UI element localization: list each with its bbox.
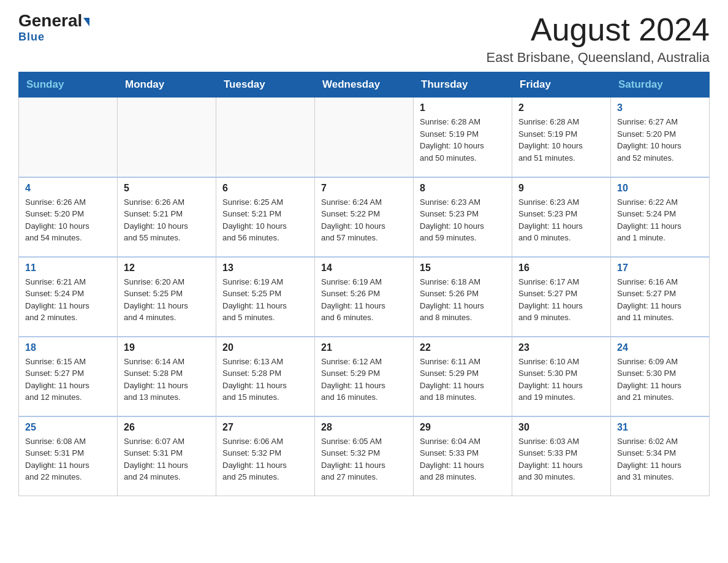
day-number: 12 (124, 262, 210, 274)
day-info: Sunrise: 6:21 AMSunset: 5:24 PMDaylight:… (25, 276, 111, 324)
day-info: Sunrise: 6:04 AMSunset: 5:33 PMDaylight:… (420, 435, 506, 483)
week-row-2: 4Sunrise: 6:26 AMSunset: 5:20 PMDaylight… (19, 177, 710, 257)
calendar-cell: 18Sunrise: 6:15 AMSunset: 5:27 PMDayligh… (19, 337, 118, 416)
day-number: 31 (617, 422, 703, 433)
calendar-cell: 12Sunrise: 6:20 AMSunset: 5:25 PMDayligh… (118, 257, 216, 337)
calendar-cell: 2Sunrise: 6:28 AMSunset: 5:19 PMDaylight… (512, 98, 611, 177)
logo-text: General (18, 12, 89, 29)
calendar-table: SundayMondayTuesdayWednesdayThursdayFrid… (18, 72, 710, 496)
day-info: Sunrise: 6:20 AMSunset: 5:25 PMDaylight:… (124, 276, 210, 324)
day-number: 5 (124, 183, 210, 194)
header-wednesday: Wednesday (315, 72, 414, 98)
day-number: 30 (518, 422, 604, 433)
calendar-cell: 6Sunrise: 6:25 AMSunset: 5:21 PMDaylight… (216, 177, 315, 257)
calendar-cell: 31Sunrise: 6:02 AMSunset: 5:34 PMDayligh… (611, 416, 710, 496)
header-thursday: Thursday (414, 72, 512, 98)
day-number: 14 (321, 262, 407, 274)
calendar-cell: 17Sunrise: 6:16 AMSunset: 5:27 PMDayligh… (611, 257, 710, 337)
header-tuesday: Tuesday (216, 72, 315, 98)
calendar-cell: 11Sunrise: 6:21 AMSunset: 5:24 PMDayligh… (19, 257, 118, 337)
title-block: August 2024 East Brisbane, Queensland, A… (487, 12, 710, 66)
calendar-cell: 24Sunrise: 6:09 AMSunset: 5:30 PMDayligh… (611, 337, 710, 416)
calendar-cell (118, 98, 216, 177)
day-info: Sunrise: 6:25 AMSunset: 5:21 PMDaylight:… (222, 196, 308, 244)
day-info: Sunrise: 6:26 AMSunset: 5:21 PMDaylight:… (124, 196, 210, 244)
calendar-cell: 27Sunrise: 6:06 AMSunset: 5:32 PMDayligh… (216, 416, 315, 496)
day-info: Sunrise: 6:26 AMSunset: 5:20 PMDaylight:… (25, 196, 111, 244)
day-number: 26 (124, 422, 210, 433)
day-info: Sunrise: 6:16 AMSunset: 5:27 PMDaylight:… (617, 276, 703, 324)
calendar-cell: 21Sunrise: 6:12 AMSunset: 5:29 PMDayligh… (315, 337, 414, 416)
calendar-cell: 4Sunrise: 6:26 AMSunset: 5:20 PMDaylight… (19, 177, 118, 257)
day-number: 25 (25, 422, 111, 433)
day-info: Sunrise: 6:10 AMSunset: 5:30 PMDaylight:… (518, 356, 604, 404)
calendar-subtitle: East Brisbane, Queensland, Australia (487, 50, 710, 66)
day-info: Sunrise: 6:13 AMSunset: 5:28 PMDaylight:… (222, 356, 308, 404)
day-number: 28 (321, 422, 407, 433)
calendar-cell: 22Sunrise: 6:11 AMSunset: 5:29 PMDayligh… (414, 337, 512, 416)
week-row-3: 11Sunrise: 6:21 AMSunset: 5:24 PMDayligh… (19, 257, 710, 337)
logo-blue-line: Blue (18, 31, 45, 44)
day-info: Sunrise: 6:19 AMSunset: 5:26 PMDaylight:… (321, 276, 407, 324)
day-info: Sunrise: 6:15 AMSunset: 5:27 PMDaylight:… (25, 356, 111, 404)
day-info: Sunrise: 6:18 AMSunset: 5:26 PMDaylight:… (420, 276, 506, 324)
day-number: 19 (124, 342, 210, 353)
day-number: 29 (420, 422, 506, 433)
day-number: 11 (25, 262, 111, 274)
day-number: 27 (222, 422, 308, 433)
day-number: 20 (222, 342, 308, 353)
day-number: 2 (518, 102, 604, 113)
calendar-cell: 8Sunrise: 6:23 AMSunset: 5:23 PMDaylight… (414, 177, 512, 257)
calendar-cell: 3Sunrise: 6:27 AMSunset: 5:20 PMDaylight… (611, 98, 710, 177)
day-info: Sunrise: 6:17 AMSunset: 5:27 PMDaylight:… (518, 276, 604, 324)
day-info: Sunrise: 6:02 AMSunset: 5:34 PMDaylight:… (617, 435, 703, 483)
day-number: 10 (617, 183, 703, 194)
calendar-cell: 9Sunrise: 6:23 AMSunset: 5:23 PMDaylight… (512, 177, 611, 257)
calendar-cell: 14Sunrise: 6:19 AMSunset: 5:26 PMDayligh… (315, 257, 414, 337)
page-header: General Blue August 2024 East Brisbane, … (18, 12, 710, 66)
week-row-5: 25Sunrise: 6:08 AMSunset: 5:31 PMDayligh… (19, 416, 710, 496)
calendar-cell: 13Sunrise: 6:19 AMSunset: 5:25 PMDayligh… (216, 257, 315, 337)
day-number: 15 (420, 262, 506, 274)
day-number: 17 (617, 262, 703, 274)
day-info: Sunrise: 6:24 AMSunset: 5:22 PMDaylight:… (321, 196, 407, 244)
calendar-cell: 25Sunrise: 6:08 AMSunset: 5:31 PMDayligh… (19, 416, 118, 496)
calendar-cell (19, 98, 118, 177)
calendar-cell: 19Sunrise: 6:14 AMSunset: 5:28 PMDayligh… (118, 337, 216, 416)
calendar-cell: 5Sunrise: 6:26 AMSunset: 5:21 PMDaylight… (118, 177, 216, 257)
calendar-cell: 29Sunrise: 6:04 AMSunset: 5:33 PMDayligh… (414, 416, 512, 496)
day-info: Sunrise: 6:06 AMSunset: 5:32 PMDaylight:… (222, 435, 308, 483)
logo-general: General (18, 11, 82, 30)
day-number: 7 (321, 183, 407, 194)
calendar-cell: 10Sunrise: 6:22 AMSunset: 5:24 PMDayligh… (611, 177, 710, 257)
week-row-4: 18Sunrise: 6:15 AMSunset: 5:27 PMDayligh… (19, 337, 710, 416)
day-number: 24 (617, 342, 703, 353)
day-info: Sunrise: 6:22 AMSunset: 5:24 PMDaylight:… (617, 196, 703, 244)
day-info: Sunrise: 6:11 AMSunset: 5:29 PMDaylight:… (420, 356, 506, 404)
day-number: 1 (420, 102, 506, 113)
day-info: Sunrise: 6:05 AMSunset: 5:32 PMDaylight:… (321, 435, 407, 483)
header-saturday: Saturday (611, 72, 710, 98)
logo: General Blue (18, 12, 89, 44)
day-info: Sunrise: 6:12 AMSunset: 5:29 PMDaylight:… (321, 356, 407, 404)
day-info: Sunrise: 6:08 AMSunset: 5:31 PMDaylight:… (25, 435, 111, 483)
header-sunday: Sunday (19, 72, 118, 98)
day-info: Sunrise: 6:09 AMSunset: 5:30 PMDaylight:… (617, 356, 703, 404)
day-info: Sunrise: 6:28 AMSunset: 5:19 PMDaylight:… (420, 116, 506, 164)
day-number: 3 (617, 102, 703, 113)
calendar-cell (216, 98, 315, 177)
calendar-cell: 28Sunrise: 6:05 AMSunset: 5:32 PMDayligh… (315, 416, 414, 496)
day-info: Sunrise: 6:07 AMSunset: 5:31 PMDaylight:… (124, 435, 210, 483)
calendar-cell: 1Sunrise: 6:28 AMSunset: 5:19 PMDaylight… (414, 98, 512, 177)
day-number: 4 (25, 183, 111, 194)
day-info: Sunrise: 6:28 AMSunset: 5:19 PMDaylight:… (518, 116, 604, 164)
day-number: 8 (420, 183, 506, 194)
day-number: 6 (222, 183, 308, 194)
calendar-cell (315, 98, 414, 177)
day-info: Sunrise: 6:23 AMSunset: 5:23 PMDaylight:… (420, 196, 506, 244)
day-info: Sunrise: 6:23 AMSunset: 5:23 PMDaylight:… (518, 196, 604, 244)
day-info: Sunrise: 6:27 AMSunset: 5:20 PMDaylight:… (617, 116, 703, 164)
calendar-cell: 20Sunrise: 6:13 AMSunset: 5:28 PMDayligh… (216, 337, 315, 416)
day-number: 22 (420, 342, 506, 353)
day-number: 18 (25, 342, 111, 353)
